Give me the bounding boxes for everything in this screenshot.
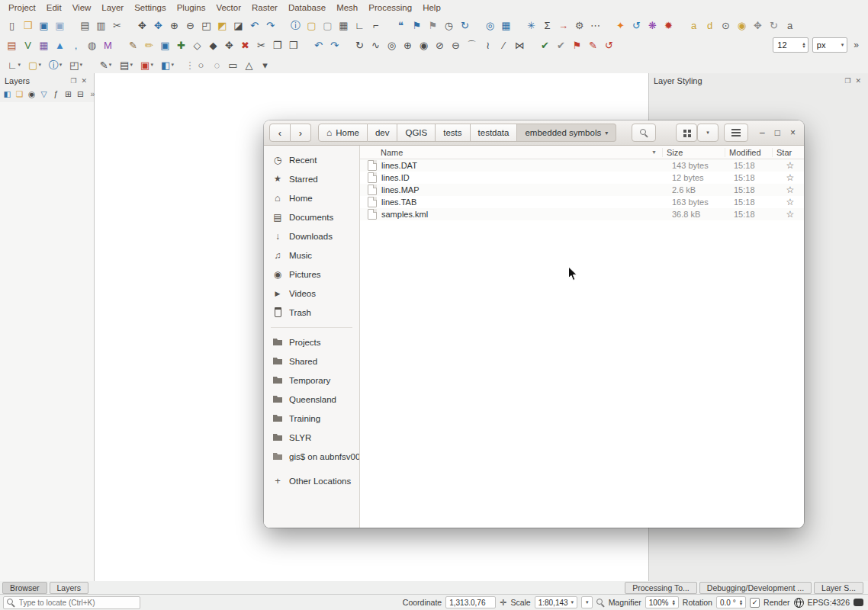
topology-checker-icon[interactable]: ✔ xyxy=(553,37,569,53)
style-manager-icon[interactable]: ✂ xyxy=(109,18,125,34)
other-locations[interactable]: Other Locations xyxy=(264,471,359,490)
recent[interactable]: Recent xyxy=(264,150,359,169)
map-tips-icon[interactable]: ❝ xyxy=(393,18,409,34)
processing-toolbox-icon[interactable]: ✳ xyxy=(523,18,539,34)
close-button[interactable]: × xyxy=(790,127,796,138)
add-raster-layer-icon[interactable]: ▦ xyxy=(36,37,52,53)
toggle-editing-icon[interactable]: ✏ xyxy=(141,37,157,53)
map-themes-icon[interactable]: ◉ xyxy=(26,88,37,100)
theme-dropdown-icon[interactable]: ◧ xyxy=(157,57,178,73)
extent-lock-combo[interactable]: ▾ xyxy=(581,596,593,608)
temporary[interactable]: Temporary xyxy=(264,371,359,390)
new-project-icon[interactable]: ▯ xyxy=(4,18,20,34)
messages-icon[interactable] xyxy=(854,599,863,606)
error-flag-icon[interactable]: ⚑ xyxy=(569,37,585,53)
zoom-to-layer-icon[interactable]: ◪ xyxy=(230,18,246,34)
offset-curve-icon[interactable]: ⌒ xyxy=(464,37,480,53)
toolbar-handle[interactable]: ⋮ xyxy=(187,57,193,73)
layer-s-[interactable]: Layer S... xyxy=(814,582,863,594)
expand-all-icon[interactable]: ⊞ xyxy=(63,88,74,100)
help[interactable]: Help xyxy=(417,2,446,14)
grid-view-button[interactable] xyxy=(676,124,697,142)
zoom-next-icon[interactable]: ↷ xyxy=(262,18,278,34)
annotation-pen-icon[interactable]: ✎ xyxy=(585,37,601,53)
edit[interactable]: Edit xyxy=(41,2,67,14)
layers[interactable]: Layers xyxy=(50,582,89,594)
panel-float-icon[interactable]: ❐ xyxy=(842,77,853,85)
plugins[interactable]: Plugins xyxy=(172,2,211,14)
add-part-icon[interactable]: ⊕ xyxy=(400,37,416,53)
cut-features-icon[interactable]: ✂ xyxy=(253,37,269,53)
star-toggle-icon[interactable] xyxy=(776,172,804,183)
gis-on-aubnfsv006[interactable]: gis$ on aubnfsv006 xyxy=(264,447,359,466)
add-spatialite-icon[interactable]: ◍ xyxy=(84,37,100,53)
simplify-feature-icon[interactable]: ∿ xyxy=(368,37,384,53)
attribute-table-icon[interactable]: ▦ xyxy=(336,18,352,34)
save-project-icon[interactable]: ▣ xyxy=(36,18,52,34)
move-label-icon[interactable]: ✥ xyxy=(750,18,766,34)
testdata[interactable]: testdata xyxy=(471,124,518,142)
search-button[interactable] xyxy=(632,124,656,142)
highlight-labels-icon[interactable]: ◉ xyxy=(734,18,750,34)
queensland[interactable]: Queensland xyxy=(264,390,359,409)
star-toggle-icon[interactable] xyxy=(776,185,804,195)
lines-id[interactable]: lines.ID 12 bytes 15:18 xyxy=(360,172,804,184)
project[interactable]: Project xyxy=(3,2,41,14)
zoom-in-icon[interactable]: ⊕ xyxy=(166,18,182,34)
spin-arrows-icon[interactable] xyxy=(739,599,743,606)
measure-area-icon[interactable]: ⌐ xyxy=(368,18,384,34)
more-options-icon[interactable]: ⋯ xyxy=(587,18,603,34)
embedded-symbols[interactable]: embedded symbols ▾ xyxy=(517,124,616,142)
split-features-icon[interactable]: ∕ xyxy=(496,37,512,53)
current-edits-icon[interactable]: ✎ xyxy=(125,37,141,53)
measure-dropdown-icon[interactable]: ∟ xyxy=(4,57,24,73)
filter-legend-icon[interactable]: ▽ xyxy=(38,88,50,100)
zoom-last-icon[interactable]: ↶ xyxy=(246,18,262,34)
raster[interactable]: Raster xyxy=(246,2,283,14)
rotate-feature-icon[interactable]: ↻ xyxy=(352,37,368,53)
panel-overflow-icon[interactable]: » xyxy=(87,88,98,100)
locate-input[interactable] xyxy=(18,598,137,608)
home[interactable]: ⌂ Home xyxy=(318,124,368,142)
layer[interactable]: Layer xyxy=(96,2,129,14)
arrow-tool-icon[interactable]: → xyxy=(555,18,571,34)
column-name[interactable]: Name ▼ xyxy=(360,148,662,157)
home[interactable]: Home xyxy=(264,188,359,207)
identify-dropdown-icon[interactable]: ⓘ xyxy=(45,57,66,73)
zoom-full-extent-icon[interactable]: ◰ xyxy=(198,18,214,34)
layout-dropdown-icon[interactable]: ▤ xyxy=(116,57,137,73)
shape-ellipse-icon[interactable]: ◌ xyxy=(209,57,225,73)
shape-circle-icon[interactable]: ○ xyxy=(193,57,209,73)
copy-features-icon[interactable]: ❐ xyxy=(269,37,285,53)
paste-features-icon[interactable]: ❒ xyxy=(285,37,301,53)
move-feature-icon[interactable]: ✥ xyxy=(221,37,237,53)
tests[interactable]: tests xyxy=(436,124,470,142)
column-size[interactable]: Size xyxy=(662,148,725,157)
expression-filter-icon[interactable]: ƒ xyxy=(50,88,62,100)
documents[interactable]: Documents xyxy=(264,207,359,226)
processing[interactable]: Processing xyxy=(363,2,417,14)
locate-bar[interactable] xyxy=(3,596,140,609)
star-toggle-icon[interactable] xyxy=(776,209,804,220)
save-project-as-icon[interactable]: ▣ xyxy=(52,18,68,34)
mesh[interactable]: Mesh xyxy=(331,2,363,14)
slyr[interactable]: SLYR xyxy=(264,428,359,447)
layer-diagram-icon[interactable]: d xyxy=(702,18,718,34)
projects[interactable]: Projects xyxy=(264,332,359,352)
star-toggle-icon[interactable] xyxy=(776,160,804,171)
plugin-sparkle-icon[interactable]: ✦ xyxy=(612,18,628,34)
save-edits-icon[interactable]: ▣ xyxy=(157,37,173,53)
open-project-icon[interactable]: ❒ xyxy=(20,18,36,34)
coordinate-input[interactable]: 1,313.0,76 xyxy=(445,596,496,608)
view[interactable]: View xyxy=(67,2,97,14)
check-geometry-icon[interactable]: ✔ xyxy=(537,37,553,53)
font-size-combo[interactable]: 12 xyxy=(773,37,808,53)
panel-float-icon[interactable]: ❐ xyxy=(68,77,79,85)
spin-arrows-icon[interactable] xyxy=(802,42,805,49)
back-button[interactable]: ‹ xyxy=(269,124,291,142)
lines-map[interactable]: lines.MAP 2.6 kB 15:18 xyxy=(360,184,804,196)
delete-selected-icon[interactable]: ✖ xyxy=(237,37,253,53)
pictures[interactable]: Pictures xyxy=(264,265,359,284)
spin-arrows-icon[interactable] xyxy=(671,599,675,606)
star-toggle-icon[interactable] xyxy=(776,197,804,207)
